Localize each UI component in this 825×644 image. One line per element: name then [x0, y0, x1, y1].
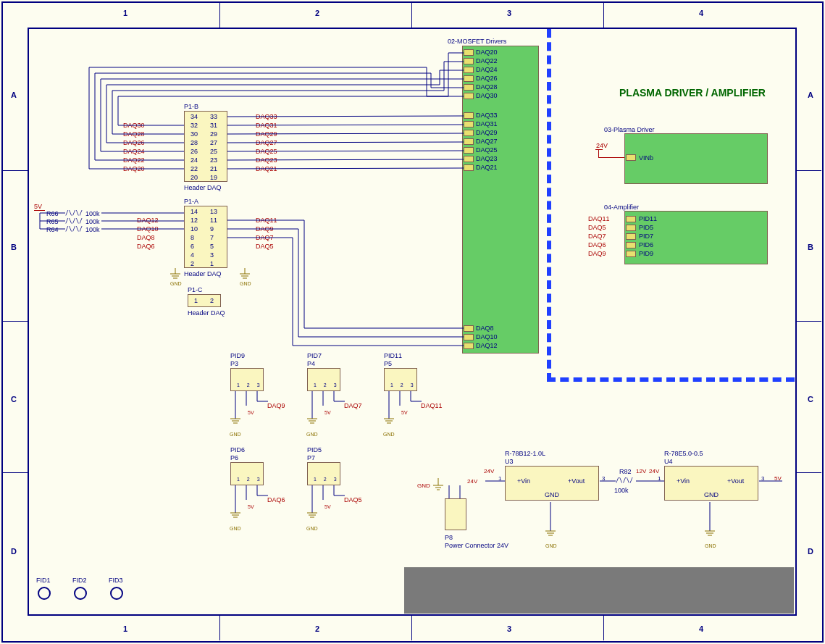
amp-net: DAQ5 [588, 224, 606, 231]
port [464, 84, 474, 91]
port [464, 75, 474, 82]
pin: 2 [190, 260, 194, 267]
pin: 29 [210, 130, 217, 138]
row-a-right: A [808, 91, 813, 99]
pin: 1 [210, 260, 214, 267]
pid-title: PID6 [230, 446, 245, 453]
p1b-name: Header DAQ [184, 184, 222, 191]
port-lbl: DAQ29 [476, 129, 498, 136]
pid-title: PID5 [307, 446, 322, 453]
col-1-top: 1 [123, 9, 127, 17]
pin: 11 [210, 217, 217, 224]
p1c-name: Header DAQ [188, 309, 225, 317]
pin: 9 [210, 225, 214, 233]
port [464, 147, 474, 154]
row-b-left: B [11, 243, 17, 251]
port-lbl: DAQ10 [476, 333, 498, 340]
page-title: PLASMA DRIVER / AMPLIFIER [619, 87, 766, 99]
port [626, 242, 636, 248]
port [464, 156, 474, 162]
tick [411, 3, 412, 28]
amp-port-lbl: PID5 [639, 224, 653, 231]
title-block [404, 567, 794, 614]
amp-port-lbl: PID9 [639, 250, 653, 257]
port-lbl: DAQ21 [476, 164, 498, 171]
port [626, 154, 636, 161]
pin: 23 [210, 156, 217, 164]
tick [797, 472, 821, 473]
port-lbl: DAQ26 [476, 75, 498, 82]
net: DAQ30 [123, 122, 145, 129]
pin: 14 [190, 208, 198, 215]
pin: 25 [210, 148, 217, 155]
net: DAQ23 [256, 156, 277, 164]
port [464, 334, 474, 340]
net: DAQ24 [123, 148, 145, 155]
fid2-circle [74, 587, 87, 600]
pid-title: PID7 [307, 352, 322, 359]
r66: R66 [46, 210, 59, 217]
net: DAQ6 [137, 243, 155, 250]
amp-net: DAQ11 [588, 215, 610, 222]
fid3-label: FID3 [109, 577, 123, 584]
pin: 20 [190, 174, 198, 181]
row-a-left: A [11, 91, 17, 99]
p1c-block [188, 294, 221, 307]
u4-name: R-78E5.0-0.5 [664, 450, 703, 457]
pid-ref: P7 [307, 454, 315, 461]
gnd-icon [238, 268, 252, 281]
pins: 1 2 3 [314, 477, 340, 482]
pid-title: PID9 [230, 352, 245, 359]
pin: 32 [190, 122, 198, 129]
col-3-top: 3 [507, 9, 511, 17]
tick [3, 321, 28, 322]
port [464, 58, 474, 64]
port-lbl: DAQ28 [476, 83, 498, 91]
pin: 33 [210, 113, 217, 120]
col-3-bot: 3 [507, 624, 511, 633]
port [464, 67, 474, 73]
pin: 12 [190, 217, 198, 224]
gnd-icon [168, 268, 183, 281]
port [464, 121, 474, 127]
tick [603, 3, 604, 28]
port-lbl: DAQ31 [476, 120, 498, 127]
pin: 26 [190, 148, 198, 155]
pin: 27 [210, 139, 217, 146]
pin: 28 [190, 139, 198, 146]
plasma-port-lbl: VINb [639, 154, 653, 162]
tick [3, 472, 28, 473]
pid-wires [382, 391, 447, 435]
p1c-ref: P1-C [188, 286, 203, 293]
net: DAQ8 [137, 234, 155, 241]
pid-block [307, 462, 340, 485]
pid-ref: P3 [230, 360, 238, 367]
p8-name: Power Connector 24V [445, 542, 508, 549]
r64: R64 [46, 226, 59, 233]
pin: 3 [210, 251, 214, 259]
pid-block [307, 368, 340, 391]
mosfet-title: 02-MOSFET Drivers [448, 38, 506, 45]
pins: 1 2 3 [314, 382, 340, 388]
tick [3, 170, 28, 171]
row-c-right: C [808, 395, 813, 403]
pid-ref: P4 [307, 360, 315, 367]
pin: 8 [190, 234, 194, 241]
wire [598, 149, 599, 157]
gnd-label: GND [170, 281, 182, 286]
net: DAQ10 [137, 225, 159, 233]
port-lbl: DAQ25 [476, 146, 498, 154]
pin: 2 [210, 297, 214, 304]
port [464, 49, 474, 56]
lbl-gnd: GND [705, 543, 716, 548]
pin: 5 [210, 243, 214, 250]
pin: 4 [190, 251, 194, 259]
p8-ref: P8 [445, 534, 453, 541]
port-lbl: DAQ12 [476, 342, 498, 349]
tick [603, 616, 604, 640]
port-lbl: DAQ27 [476, 138, 498, 145]
pid-wires [228, 391, 293, 435]
amp-port-lbl: PID11 [639, 215, 657, 222]
net: DAQ31 [256, 122, 277, 129]
p1b-ref: P1-B [184, 103, 198, 110]
